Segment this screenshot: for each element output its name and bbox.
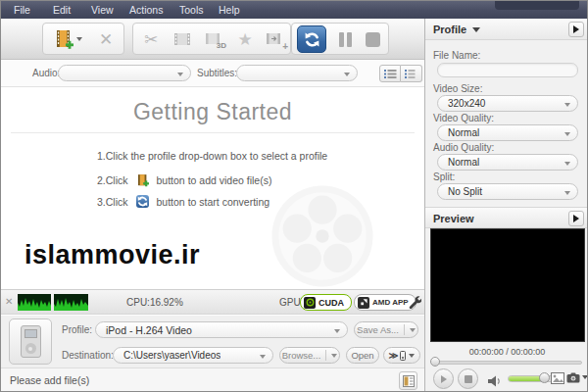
- step-3: 3.Click button to start converting: [97, 195, 270, 208]
- transfer-to-device-button[interactable]: ≫: [383, 347, 420, 364]
- subtitles-caret-icon: [344, 73, 350, 76]
- destination-select[interactable]: C:\Users\yaser\Videos: [113, 347, 273, 364]
- speaker-icon: [488, 375, 502, 387]
- transfer-caret-icon: [409, 354, 415, 358]
- save-as-button[interactable]: Save As...: [354, 321, 418, 338]
- window-controls-stub: [495, 1, 579, 10]
- snapshot-options-button[interactable]: [582, 375, 588, 379]
- split-select[interactable]: No Split: [437, 183, 578, 200]
- audio-select[interactable]: [58, 65, 191, 81]
- picture-icon: [551, 372, 564, 384]
- stop-button[interactable]: [360, 25, 385, 53]
- delete-icon: ✕: [99, 31, 113, 48]
- pause-icon: [339, 32, 344, 47]
- menu-file[interactable]: File: [14, 4, 30, 16]
- convert-button[interactable]: [297, 25, 326, 53]
- transfer-chevrons-icon: ≫: [389, 350, 399, 361]
- file-name-label: File Name:: [433, 50, 480, 61]
- video-quality-select[interactable]: Normal: [437, 124, 578, 141]
- profile-select[interactable]: iPod - H.264 Video: [95, 321, 348, 338]
- audio-label: Audio:: [32, 68, 60, 78]
- getting-started-title: Getting Started: [1, 99, 424, 125]
- menu-view[interactable]: View: [91, 4, 114, 16]
- step-1: 1.Click the profile drop-down box to sel…: [97, 150, 327, 162]
- video-size-label: Video Size:: [433, 83, 482, 94]
- audio-quality-value: Normal: [448, 157, 479, 168]
- cuda-button[interactable]: CUDA: [300, 294, 352, 311]
- stop-icon: [366, 32, 380, 47]
- step-convert-icon: [136, 195, 149, 208]
- play-icon: [441, 375, 447, 383]
- menu-help[interactable]: Help: [219, 4, 240, 16]
- profile-header-caret-icon[interactable]: [472, 27, 480, 32]
- output-settings-area: Profile: iPod - H.264 Video Save As... D…: [1, 316, 424, 368]
- seek-slider[interactable]: [433, 361, 582, 365]
- open-button[interactable]: Open: [346, 347, 379, 364]
- main-area: Getting Started 1.Click the profile drop…: [1, 87, 424, 289]
- clip-button[interactable]: ✂: [137, 25, 165, 53]
- add-video-button[interactable]: [46, 25, 89, 53]
- collapse-profile-panel-button[interactable]: [568, 22, 584, 37]
- step-2: 2.Click button to add video file(s): [97, 173, 271, 187]
- amd-logo-icon: [358, 297, 369, 309]
- split-label: Split:: [433, 172, 455, 182]
- menu-actions[interactable]: Actions: [129, 4, 163, 16]
- ipod-icon: [21, 325, 41, 358]
- subtitles-select[interactable]: [236, 65, 358, 81]
- convert-arrows-icon: [303, 30, 321, 49]
- options-bar: Audio: Subtitles:: [1, 60, 424, 87]
- step-2-prefix: 2.Click: [97, 174, 128, 186]
- preview-play-button[interactable]: [433, 368, 454, 389]
- split-caret-icon: [564, 191, 570, 195]
- menu-tools[interactable]: Tools: [179, 4, 204, 16]
- video-size-select[interactable]: 320x240: [437, 95, 578, 112]
- preview-collapse-arrow-icon: [573, 215, 579, 222]
- profile-caret-icon: [334, 329, 340, 333]
- destination-caret-icon: [260, 355, 266, 359]
- audio-quality-select[interactable]: Normal: [437, 154, 578, 171]
- camera-icon: [566, 372, 580, 383]
- detail-view-icon: [405, 69, 417, 79]
- settings-wrench-button[interactable]: [408, 295, 421, 313]
- view-detail-button[interactable]: [401, 65, 422, 82]
- collapse-preview-panel-button[interactable]: [568, 211, 584, 226]
- scissors-icon: ✂: [144, 31, 158, 48]
- video-quality-caret-icon: [564, 132, 570, 136]
- file-name-input[interactable]: [437, 63, 578, 77]
- audio-quality-caret-icon: [564, 162, 570, 166]
- toolbar-group-files: ✕: [42, 23, 124, 55]
- open-snapshot-folder-button[interactable]: [551, 372, 564, 384]
- destination-label: Destination:: [62, 350, 114, 361]
- menu-edit[interactable]: Edit: [53, 4, 71, 16]
- browse-button[interactable]: Browse...: [279, 347, 340, 364]
- menu-bar: File Edit View Actions Tools Help: [1, 1, 588, 19]
- cpu-usage-text: CPU:16.92%: [126, 297, 183, 308]
- profile-label: Profile:: [62, 324, 92, 335]
- effects-3d-button[interactable]: 3D: [200, 25, 227, 53]
- crop-button[interactable]: [169, 25, 196, 53]
- view-list-button[interactable]: [379, 65, 401, 82]
- playback-time-display: 00:00:00 / 00:00:00: [425, 347, 588, 357]
- profile-value: iPod - H.264 Video: [106, 324, 192, 336]
- pause-button[interactable]: [332, 25, 358, 53]
- queue-list-icon: [403, 375, 415, 387]
- snapshot-button[interactable]: [566, 372, 580, 383]
- collapse-arrow-icon: [573, 25, 579, 33]
- effects-button[interactable]: ★: [231, 25, 259, 53]
- file-hint-text: Please add file(s): [10, 374, 89, 386]
- merge-button[interactable]: +: [261, 25, 288, 53]
- mute-button[interactable]: [488, 373, 502, 391]
- task-queue-button[interactable]: [399, 371, 417, 390]
- video-quality-label: Video Quality:: [433, 113, 494, 123]
- seek-slider-handle[interactable]: [430, 357, 440, 367]
- preview-stop-icon: [465, 375, 472, 383]
- status-close-icon[interactable]: ✕: [5, 296, 13, 307]
- toolbar-group-edit: ✂ 3D ★: [132, 23, 291, 55]
- device-profile-button[interactable]: [9, 318, 52, 365]
- delete-button[interactable]: ✕: [92, 25, 120, 53]
- bottom-bar: Please add file(s): [1, 368, 424, 392]
- preview-stop-button[interactable]: [458, 368, 478, 389]
- wrench-icon: [408, 295, 421, 309]
- step-add-video-icon: [136, 173, 149, 187]
- volume-slider-handle[interactable]: [539, 372, 550, 383]
